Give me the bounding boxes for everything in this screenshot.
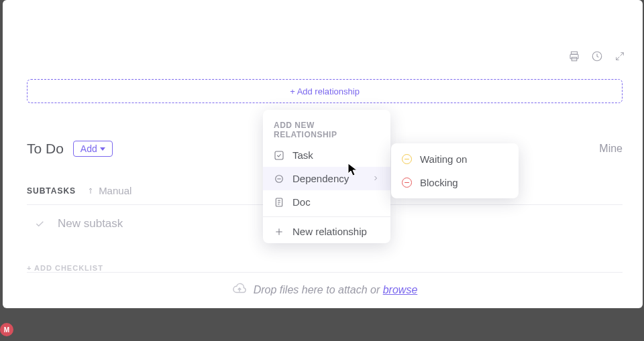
popup-item-task[interactable]: Task [263,143,390,167]
relationship-popup: ADD NEW RELATIONSHIP Task Dependency Doc… [263,110,390,243]
blocking-icon [402,178,412,188]
status-label[interactable]: To Do [27,141,64,157]
submenu-item-blocking[interactable]: Blocking [391,171,519,194]
subtasks-tab[interactable]: SUBTASKS [27,186,76,196]
dropzone-text: Drop files here to attach or [254,284,383,295]
file-dropzone[interactable]: Drop files here to attach or browse [27,272,623,307]
dependency-submenu: Waiting on Blocking [391,143,519,198]
chevron-right-icon [372,173,380,184]
avatar[interactable]: M [0,323,13,336]
print-icon[interactable] [568,50,581,63]
submenu-item-label: Waiting on [420,153,467,165]
sort-label: Manual [99,185,131,196]
svg-rect-4 [275,151,283,159]
expand-icon[interactable] [613,50,627,63]
add-relationship-label: + Add relationship [290,86,360,96]
popup-item-dependency[interactable]: Dependency [263,167,390,190]
add-checklist-button[interactable]: + ADD CHECKLIST [27,264,103,272]
popup-item-label: Dependency [292,173,349,184]
add-dropdown[interactable]: Add [73,141,113,157]
new-subtask-placeholder: New subtask [58,217,123,230]
new-subtask-row[interactable]: New subtask [34,217,123,230]
chevron-down-icon [100,147,105,151]
popup-item-new-relationship[interactable]: New relationship [263,220,390,243]
subtasks-header: SUBTASKS Manual [27,185,131,196]
popup-separator [263,216,390,217]
popup-item-doc[interactable]: Doc [263,190,390,214]
add-dropdown-label: Add [80,143,97,154]
top-actions [568,50,627,63]
check-icon [34,218,46,230]
submenu-item-label: Blocking [420,177,458,188]
task-panel: + Add relationship To Do Add Mine SUBTAS… [3,0,643,308]
popup-header: ADD NEW RELATIONSHIP [263,114,390,143]
waiting-icon [402,154,412,164]
sort-button[interactable]: Manual [88,185,131,196]
popup-item-label: Doc [292,196,311,208]
upload-icon [232,282,247,298]
activity-icon[interactable] [590,50,604,63]
submenu-item-waiting-on[interactable]: Waiting on [391,147,519,171]
mine-filter[interactable]: Mine [599,143,623,155]
add-relationship-button[interactable]: + Add relationship [27,79,623,103]
browse-link[interactable]: browse [383,284,418,295]
popup-item-label: New relationship [292,226,367,237]
popup-item-label: Task [292,149,313,161]
